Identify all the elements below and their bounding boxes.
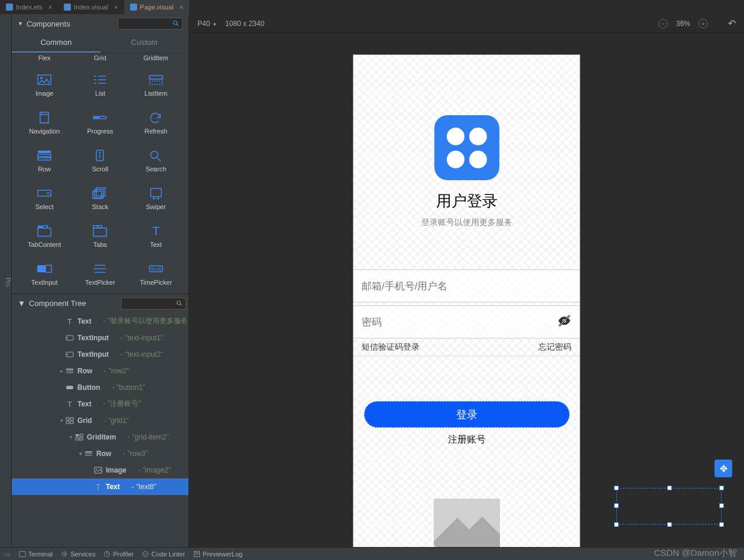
collapse-icon[interactable]: ▼: [18, 299, 25, 308]
component-label: Tabs: [93, 241, 107, 248]
resize-handle[interactable]: [667, 522, 672, 527]
component-navigation[interactable]: Navigation: [17, 104, 72, 142]
component-progress[interactable]: Progress: [72, 104, 128, 142]
file-tab-index-visual[interactable]: Index.visual×: [58, 0, 124, 14]
terminal-tab[interactable]: Terminal: [19, 551, 53, 558]
component-select[interactable]: Select: [17, 180, 72, 217]
refresh-icon: [148, 111, 164, 124]
zoom-in-button[interactable]: +: [698, 19, 708, 28]
component-image[interactable]: Image: [17, 66, 72, 104]
resize-handle[interactable]: [719, 503, 724, 508]
resize-handle[interactable]: [614, 522, 619, 527]
component-textinput[interactable]: TextInput: [17, 255, 72, 293]
component-textpicker[interactable]: TextPicker: [72, 255, 128, 293]
resize-handle[interactable]: [614, 486, 619, 490]
phone-preview[interactable]: 用户登录 登录账号以使用更多服务 邮箱/手机号/用户名 密码 短信验证码登录 忘…: [353, 54, 580, 547]
selection-outline: [616, 488, 722, 525]
tree-header[interactable]: ▼ Component Tree: [12, 294, 189, 313]
component-stack[interactable]: Stack: [72, 180, 128, 217]
login-title: 用户登录: [436, 191, 498, 211]
component-label: TimePicker: [140, 279, 173, 286]
profiler-tab[interactable]: Profiler: [103, 551, 134, 558]
tree-row-text[interactable]: TText- "text8": [12, 478, 189, 495]
tree-row-image[interactable]: Image- "image2": [12, 462, 189, 478]
password-field[interactable]: 密码: [353, 305, 580, 338]
expand-icon[interactable]: ▸: [58, 368, 65, 374]
resize-handle[interactable]: [719, 486, 724, 490]
tree-row-griditem[interactable]: ▾GridItem- "grid-item2": [12, 429, 189, 445]
code-linter-tab[interactable]: Code Linter: [142, 551, 185, 558]
component-tabcontent[interactable]: TabContent: [17, 217, 72, 255]
tree-row-row[interactable]: ▾Row- "row3": [12, 445, 189, 462]
expand-icon[interactable]: ▾: [67, 434, 74, 440]
components-grid: FlexGridGridItemImageListListItemNavigat…: [12, 53, 189, 294]
resize-handle[interactable]: [614, 503, 619, 508]
svg-rect-16: [94, 117, 100, 118]
zoom-out-button[interactable]: −: [658, 19, 668, 28]
close-icon[interactable]: ×: [48, 4, 52, 11]
griditem-icon: [74, 433, 84, 441]
move-handle[interactable]: ✥: [714, 460, 732, 477]
component-flex[interactable]: Flex: [17, 53, 72, 66]
svg-line-1: [177, 24, 178, 26]
tree-row-textinput[interactable]: TextInput- "text-input2": [12, 346, 189, 363]
tree-search[interactable]: [121, 298, 186, 310]
tree-row-text[interactable]: TText- "注册账号": [12, 396, 189, 412]
tab-custom[interactable]: Custom: [100, 33, 189, 53]
services-tab[interactable]: Services: [61, 551, 95, 558]
close-icon[interactable]: ×: [179, 4, 183, 11]
undo-icon[interactable]: ↶: [728, 18, 736, 29]
component-row[interactable]: Row: [17, 142, 72, 180]
canvas-viewport[interactable]: 用户登录 登录账号以使用更多服务 邮箱/手机号/用户名 密码 短信验证码登录 忘…: [189, 33, 744, 547]
components-header[interactable]: ▼ Components: [12, 14, 189, 33]
collapse-icon[interactable]: ▼: [18, 21, 23, 27]
tree-row-textinput[interactable]: TextInput- "text-input1": [12, 330, 189, 346]
component-scroll[interactable]: Scroll: [72, 142, 128, 180]
text-icon: T: [148, 224, 164, 237]
expand-icon[interactable]: ▾: [58, 418, 65, 424]
tree-row-text[interactable]: TText- "登录账号以使用更多服务: [12, 313, 189, 330]
username-field[interactable]: 邮箱/手机号/用户名: [353, 269, 580, 302]
search-icon: [173, 20, 180, 27]
svg-rect-65: [76, 438, 79, 440]
close-icon[interactable]: ×: [114, 4, 118, 11]
component-refresh[interactable]: Refresh: [128, 104, 184, 142]
component-text[interactable]: TText: [128, 217, 184, 255]
component-grid[interactable]: Grid: [72, 53, 128, 66]
textinput-icon: [65, 334, 74, 342]
component-label: Refresh: [145, 128, 168, 135]
sms-login-link[interactable]: 短信验证码登录: [362, 342, 420, 353]
component-search[interactable]: Search: [128, 142, 184, 180]
visibility-off-icon[interactable]: [557, 314, 571, 331]
components-search[interactable]: [118, 18, 183, 30]
row-icon: [84, 450, 93, 458]
register-link[interactable]: 注册账号: [448, 434, 486, 446]
resize-handle[interactable]: [667, 486, 672, 490]
device-selector[interactable]: P40▼: [197, 19, 217, 28]
zoom-level: 36%: [676, 19, 690, 28]
component-timepicker[interactable]: 00:00TimePicker: [128, 255, 184, 293]
file-tab-page-visual[interactable]: Page.visual×: [124, 0, 189, 14]
file-tab-index-ets[interactable]: Index.ets×: [0, 0, 58, 14]
tree-row-grid[interactable]: ▾Grid- "grid1": [12, 412, 189, 429]
component-griditem[interactable]: GridItem: [128, 53, 184, 66]
expand-icon[interactable]: ▾: [77, 451, 84, 457]
svg-rect-38: [98, 226, 102, 228]
grid-icon: [65, 416, 74, 425]
swiper-icon: [148, 187, 164, 200]
tab-common[interactable]: Common: [12, 33, 100, 53]
tree-row-button[interactable]: Button- "button1": [12, 379, 189, 396]
component-tabs[interactable]: Tabs: [72, 217, 128, 255]
component-label: Row: [38, 165, 51, 172]
left-gutter[interactable]: Pro: [0, 14, 12, 547]
previewer-log-tab[interactable]: PreviewerLog: [193, 551, 242, 558]
svg-text:00:00: 00:00: [151, 267, 161, 271]
component-list[interactable]: List: [72, 66, 128, 104]
component-tree: TText- "登录账号以使用更多服务TextInput- "text-inpu…: [12, 313, 189, 548]
login-button[interactable]: 登录: [364, 401, 570, 428]
tree-row-row[interactable]: ▸Row- "row2": [12, 363, 189, 379]
component-listitem[interactable]: ListItem: [128, 66, 184, 104]
resize-handle[interactable]: [719, 522, 724, 527]
component-swiper[interactable]: Swiper: [128, 180, 184, 217]
forgot-password-link[interactable]: 忘记密码: [538, 342, 571, 353]
